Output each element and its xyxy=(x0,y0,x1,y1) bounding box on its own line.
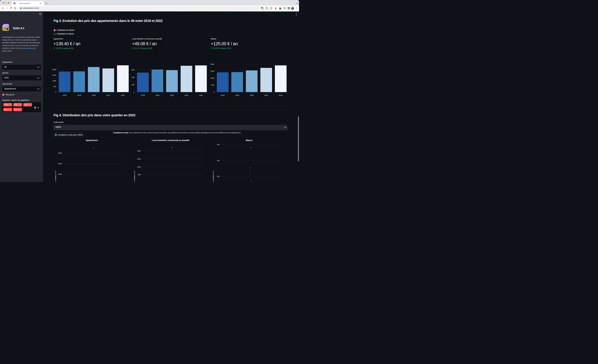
svg-text:2000: 2000 xyxy=(52,69,56,71)
svg-text:15k: 15k xyxy=(217,160,220,162)
svg-text:400: 400 xyxy=(132,76,134,78)
svg-text:20k: 20k xyxy=(217,144,220,146)
svg-text:2019: 2019 xyxy=(156,94,159,96)
svg-text:100k: 100k xyxy=(137,166,141,168)
svg-text:2018: 2018 xyxy=(63,94,66,96)
svg-text:200: 200 xyxy=(132,84,134,86)
svg-text:2022: 2022 xyxy=(121,94,125,96)
svg-text:500: 500 xyxy=(211,84,214,86)
svg-text:2022: 2022 xyxy=(199,94,203,96)
svg-text:2019: 2019 xyxy=(77,94,81,96)
svg-text:1500: 1500 xyxy=(52,74,56,76)
svg-text:2020: 2020 xyxy=(250,94,254,96)
svg-text:300k: 300k xyxy=(58,173,62,175)
svg-text:1000: 1000 xyxy=(210,77,214,79)
svg-text:2019: 2019 xyxy=(235,94,239,96)
svg-text:80k: 80k xyxy=(138,174,141,176)
svg-text:60k: 60k xyxy=(138,182,141,182)
svg-text:10k: 10k xyxy=(217,175,220,177)
svg-text:2021: 2021 xyxy=(106,94,110,96)
svg-text:2021: 2021 xyxy=(184,94,188,96)
svg-text:140k: 140k xyxy=(137,150,141,152)
svg-text:1000: 1000 xyxy=(52,80,56,82)
svg-text:Prix médian en €: Prix médian en € xyxy=(212,170,214,182)
svg-text:Prix médian en €: Prix médian en € xyxy=(55,170,57,182)
svg-text:400k: 400k xyxy=(58,163,62,165)
svg-text:Prix médian en €: Prix médian en € xyxy=(133,170,135,182)
svg-text:0: 0 xyxy=(55,91,56,93)
svg-text:500k: 500k xyxy=(58,152,62,154)
svg-text:120k: 120k xyxy=(137,158,141,160)
svg-text:0: 0 xyxy=(213,91,214,93)
svg-text:2021: 2021 xyxy=(264,94,268,96)
svg-text:0: 0 xyxy=(133,91,134,93)
svg-text:600: 600 xyxy=(132,69,134,71)
svg-text:1500: 1500 xyxy=(210,70,214,72)
svg-text:500: 500 xyxy=(53,86,56,88)
svg-text:2020: 2020 xyxy=(170,94,174,96)
svg-text:2022: 2022 xyxy=(279,94,282,96)
svg-text:2018: 2018 xyxy=(221,94,225,96)
svg-text:2018: 2018 xyxy=(141,94,145,96)
svg-text:2000: 2000 xyxy=(210,63,214,65)
svg-text:2020: 2020 xyxy=(92,94,96,96)
